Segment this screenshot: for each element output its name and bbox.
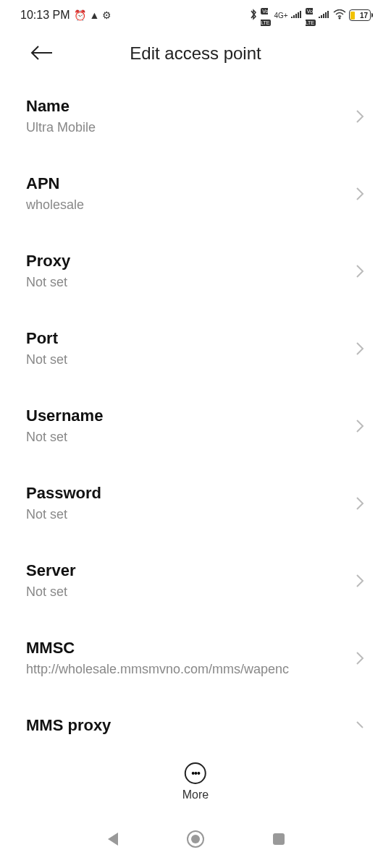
- setting-row-username[interactable]: Username Not set: [26, 386, 365, 464]
- setting-row-proxy[interactable]: Proxy Not set: [26, 231, 365, 309]
- setting-title: APN: [26, 174, 346, 193]
- more-label: More: [182, 788, 209, 801]
- chevron-right-icon: [355, 573, 365, 589]
- back-arrow-icon: [30, 45, 54, 61]
- setting-value: Not set: [26, 430, 346, 445]
- setting-value: Not set: [26, 584, 346, 600]
- setting-row-apn[interactable]: APN wholesale: [26, 154, 365, 231]
- status-time: 10:13 PM: [20, 9, 70, 22]
- setting-value: wholesale: [26, 197, 346, 213]
- nav-bar: [0, 826, 391, 855]
- setting-title: Port: [26, 329, 346, 348]
- chevron-right-icon: [355, 109, 365, 124]
- setting-title: Password: [26, 484, 346, 503]
- setting-row-name[interactable]: Name Ultra Mobile: [26, 77, 365, 154]
- setting-title: Proxy: [26, 252, 346, 271]
- setting-row-password[interactable]: Password Not set: [26, 464, 365, 541]
- svg-point-2: [191, 835, 200, 843]
- volte-icon-1: VoLTE: [261, 4, 271, 27]
- status-right: VoLTE 4G+ VoLTE 17: [249, 4, 371, 27]
- setting-row-server[interactable]: Server Not set: [26, 541, 365, 618]
- chevron-right-icon: [355, 720, 365, 736]
- battery-icon: 17: [349, 9, 371, 21]
- more-dots-icon: •••: [185, 762, 206, 784]
- alarm-icon: ⏰: [74, 9, 86, 21]
- settings-list: Name Ultra Mobile APN wholesale Proxy No…: [0, 77, 391, 739]
- nav-recents-button[interactable]: [272, 832, 286, 849]
- setting-title: MMSC: [26, 639, 346, 658]
- chevron-right-icon: [355, 263, 365, 279]
- setting-title: Server: [26, 561, 346, 580]
- status-left: 10:13 PM ⏰ ▲ ⚙: [20, 9, 112, 22]
- battery-level: 17: [360, 12, 368, 20]
- setting-title: Username: [26, 407, 346, 425]
- back-button[interactable]: [30, 43, 54, 64]
- more-button[interactable]: ••• More: [182, 762, 209, 801]
- setting-title: MMS proxy: [26, 716, 346, 735]
- volte-icon-2: VoLTE: [306, 4, 316, 27]
- setting-value: Ultra Mobile: [26, 120, 346, 135]
- gear-icon: ⚙: [102, 9, 112, 21]
- setting-value: http://wholesale.mmsmvno.com/mms/wapenc: [26, 662, 346, 677]
- chevron-right-icon: [355, 418, 365, 434]
- header: Edit access point: [0, 30, 391, 77]
- network-type-icon: 4G+: [274, 12, 287, 20]
- bluetooth-icon: [249, 9, 258, 22]
- nav-back-button[interactable]: [105, 831, 119, 850]
- setting-title: Name: [26, 97, 346, 116]
- page-title: Edit access point: [130, 43, 261, 64]
- chevron-right-icon: [355, 495, 365, 511]
- setting-value: Not set: [26, 352, 346, 367]
- status-bar: 10:13 PM ⏰ ▲ ⚙ VoLTE 4G+ VoLTE 17: [0, 0, 391, 30]
- chevron-right-icon: [355, 186, 365, 202]
- svg-point-0: [339, 17, 341, 19]
- signal-icon-1: [291, 9, 303, 21]
- setting-row-mms-proxy[interactable]: MMS proxy: [26, 696, 365, 739]
- warning-icon: ▲: [89, 9, 99, 21]
- setting-value: Not set: [26, 507, 346, 522]
- setting-value: Not set: [26, 275, 346, 290]
- chevron-right-icon: [355, 341, 365, 357]
- chevron-right-icon: [355, 650, 365, 666]
- signal-icon-2: [319, 9, 330, 21]
- wifi-icon: [333, 9, 346, 22]
- svg-rect-3: [273, 833, 285, 845]
- setting-row-port[interactable]: Port Not set: [26, 309, 365, 386]
- nav-home-button[interactable]: [186, 830, 205, 851]
- setting-row-mmsc[interactable]: MMSC http://wholesale.mmsmvno.com/mms/wa…: [26, 618, 365, 696]
